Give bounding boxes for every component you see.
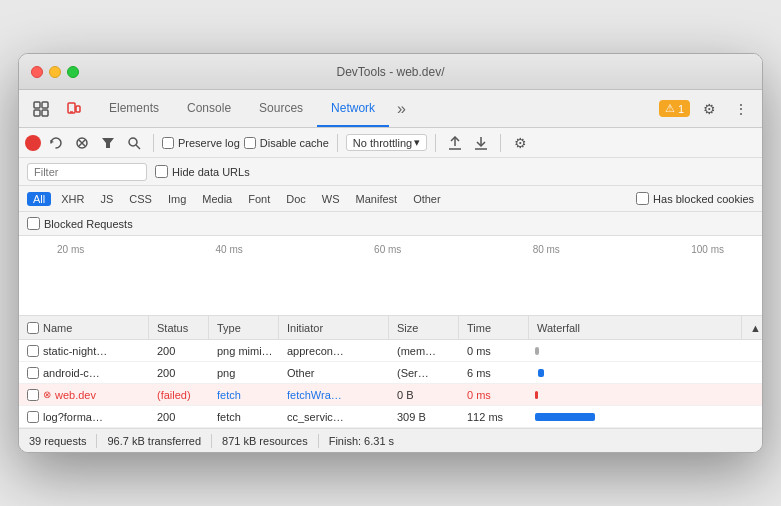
td-time: 0 ms bbox=[459, 340, 529, 361]
type-btn-css[interactable]: CSS bbox=[123, 192, 158, 206]
requests-count: 39 requests bbox=[29, 435, 86, 447]
td-size: 0 B bbox=[389, 384, 459, 405]
traffic-lights bbox=[31, 66, 79, 78]
tab-console[interactable]: Console bbox=[173, 90, 245, 127]
hide-data-urls-label[interactable]: Hide data URLs bbox=[155, 165, 250, 178]
timeline-marker-1: 40 ms bbox=[216, 244, 243, 255]
filter-input[interactable] bbox=[27, 163, 147, 181]
td-size: (mem… bbox=[389, 340, 459, 361]
refresh-icon[interactable] bbox=[45, 132, 67, 154]
inspector-icon[interactable] bbox=[27, 95, 55, 123]
type-btn-manifest[interactable]: Manifest bbox=[350, 192, 404, 206]
th-time[interactable]: Time bbox=[459, 316, 529, 339]
td-time: 112 ms bbox=[459, 406, 529, 427]
timeline-marker-0: 20 ms bbox=[57, 244, 84, 255]
settings-gear-icon[interactable]: ⚙ bbox=[696, 96, 722, 122]
more-tabs-button[interactable]: » bbox=[389, 90, 414, 127]
row-checkbox[interactable] bbox=[27, 389, 39, 401]
th-status[interactable]: Status bbox=[149, 316, 209, 339]
type-btn-all[interactable]: All bbox=[27, 192, 51, 206]
status-sep-2 bbox=[211, 434, 212, 448]
clear-icon[interactable] bbox=[71, 132, 93, 154]
td-initiator: Other bbox=[279, 362, 389, 383]
tab-right-icons: ⚠ 1 ⚙ ⋮ bbox=[659, 90, 754, 127]
tab-icons bbox=[27, 90, 87, 127]
svg-rect-6 bbox=[76, 106, 80, 112]
blocked-requests-label[interactable]: Blocked Requests bbox=[27, 217, 133, 230]
tab-elements[interactable]: Elements bbox=[95, 90, 173, 127]
status-bar: 39 requests 96.7 kB transferred 871 kB r… bbox=[19, 428, 762, 452]
type-btn-img[interactable]: Img bbox=[162, 192, 192, 206]
row-checkbox[interactable] bbox=[27, 367, 39, 379]
more-options-icon[interactable]: ⋮ bbox=[728, 96, 754, 122]
td-name: ⊗ web.dev bbox=[19, 384, 149, 405]
upload-icon[interactable] bbox=[444, 132, 466, 154]
resources-size: 871 kB resources bbox=[222, 435, 308, 447]
td-status: 200 bbox=[149, 362, 209, 383]
search-icon[interactable] bbox=[123, 132, 145, 154]
type-filter-row: All XHR JS CSS Img Media Font Doc WS Man… bbox=[19, 186, 762, 212]
th-initiator[interactable]: Initiator bbox=[279, 316, 389, 339]
timeline-marker-3: 80 ms bbox=[533, 244, 560, 255]
th-type[interactable]: Type bbox=[209, 316, 279, 339]
row-checkbox[interactable] bbox=[27, 345, 39, 357]
has-blocked-cookies-checkbox[interactable] bbox=[636, 192, 649, 205]
table-row[interactable]: ⊗ web.dev (failed) fetch fetchWra… 0 B 0… bbox=[19, 384, 762, 406]
select-all-checkbox[interactable] bbox=[27, 322, 39, 334]
has-blocked-cookies-label[interactable]: Has blocked cookies bbox=[636, 192, 754, 205]
td-status: (failed) bbox=[149, 384, 209, 405]
type-btn-media[interactable]: Media bbox=[196, 192, 238, 206]
svg-marker-10 bbox=[102, 138, 114, 148]
tabs-bar: Elements Console Sources Network » ⚠ 1 ⚙… bbox=[19, 90, 762, 128]
td-status: 200 bbox=[149, 406, 209, 427]
td-initiator: cc_servic… bbox=[279, 406, 389, 427]
td-type[interactable]: fetch bbox=[209, 384, 279, 405]
tab-sources[interactable]: Sources bbox=[245, 90, 317, 127]
throttle-arrow-icon: ▾ bbox=[414, 136, 420, 149]
svg-point-11 bbox=[129, 138, 137, 146]
throttle-dropdown[interactable]: No throttling ▾ bbox=[346, 134, 427, 151]
type-btn-other[interactable]: Other bbox=[407, 192, 447, 206]
disable-cache-checkbox[interactable] bbox=[244, 137, 256, 149]
table-header: Name Status Type Initiator Size Time Wat… bbox=[19, 316, 762, 340]
maximize-button[interactable] bbox=[67, 66, 79, 78]
type-btn-font[interactable]: Font bbox=[242, 192, 276, 206]
td-extra bbox=[742, 384, 762, 405]
preserve-log-checkbox[interactable] bbox=[162, 137, 174, 149]
warning-badge[interactable]: ⚠ 1 bbox=[659, 100, 690, 117]
svg-rect-1 bbox=[42, 102, 48, 108]
type-btn-doc[interactable]: Doc bbox=[280, 192, 312, 206]
tab-network[interactable]: Network bbox=[317, 90, 389, 127]
table-row[interactable]: static-night… 200 png mimi… apprecon… (m… bbox=[19, 340, 762, 362]
table-row[interactable]: android-c… 200 png Other (Ser… 6 ms bbox=[19, 362, 762, 384]
th-sort[interactable]: ▲ bbox=[742, 316, 762, 339]
hide-data-urls-checkbox[interactable] bbox=[155, 165, 168, 178]
timeline-marker-4: 100 ms bbox=[691, 244, 724, 255]
device-icon[interactable] bbox=[59, 95, 87, 123]
td-type: png bbox=[209, 362, 279, 383]
td-type: png mimi… bbox=[209, 340, 279, 361]
record-button[interactable] bbox=[25, 135, 41, 151]
filter-icon[interactable] bbox=[97, 132, 119, 154]
td-initiator[interactable]: fetchWra… bbox=[279, 384, 389, 405]
preserve-log-label[interactable]: Preserve log bbox=[162, 137, 240, 149]
th-waterfall[interactable]: Waterfall bbox=[529, 316, 742, 339]
td-name: static-night… bbox=[19, 340, 149, 361]
svg-rect-2 bbox=[34, 110, 40, 116]
close-button[interactable] bbox=[31, 66, 43, 78]
td-waterfall bbox=[529, 362, 742, 383]
blocked-requests-checkbox[interactable] bbox=[27, 217, 40, 230]
minimize-button[interactable] bbox=[49, 66, 61, 78]
th-name[interactable]: Name bbox=[19, 316, 149, 339]
th-size[interactable]: Size bbox=[389, 316, 459, 339]
type-btn-ws[interactable]: WS bbox=[316, 192, 346, 206]
network-settings-icon[interactable]: ⚙ bbox=[509, 132, 531, 154]
requests-table: Name Status Type Initiator Size Time Wat… bbox=[19, 316, 762, 428]
download-icon[interactable] bbox=[470, 132, 492, 154]
table-row[interactable]: log?forma… 200 fetch cc_servic… 309 B 11… bbox=[19, 406, 762, 428]
toolbar-separator-1 bbox=[153, 134, 154, 152]
disable-cache-label[interactable]: Disable cache bbox=[244, 137, 329, 149]
type-btn-js[interactable]: JS bbox=[94, 192, 119, 206]
type-btn-xhr[interactable]: XHR bbox=[55, 192, 90, 206]
row-checkbox[interactable] bbox=[27, 411, 39, 423]
